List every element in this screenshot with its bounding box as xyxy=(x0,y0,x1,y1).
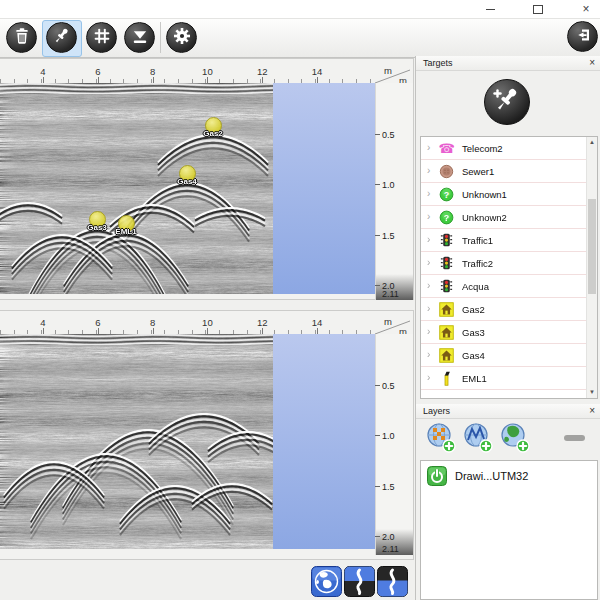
radargram-panel-2: 468101214mm0.51.01.52.02.11 xyxy=(0,310,414,560)
x-axis-tick-label: 10 xyxy=(197,66,217,77)
target-row[interactable]: ?Unknown1 xyxy=(421,183,597,206)
expand-chevron-icon[interactable] xyxy=(427,350,438,360)
add-world-map-layer-button[interactable] xyxy=(498,421,532,455)
trash-icon xyxy=(12,26,32,50)
expand-chevron-icon[interactable] xyxy=(427,327,438,337)
targets-close-icon[interactable]: × xyxy=(589,57,595,68)
target-row[interactable]: ?Unknown2 xyxy=(421,206,597,229)
target-row[interactable]: Gas2 xyxy=(421,298,597,321)
depth-ruler xyxy=(375,83,413,300)
exit-button[interactable] xyxy=(567,21,598,52)
target-row[interactable]: Gas3 xyxy=(421,321,597,344)
add-target-tool-button[interactable] xyxy=(46,22,77,53)
expand-chevron-icon[interactable] xyxy=(427,212,438,222)
depth-tick-mark xyxy=(375,184,380,185)
x-axis-tick-label: 6 xyxy=(88,66,108,77)
pipe-section-icon xyxy=(344,583,375,600)
manhole-icon xyxy=(438,163,455,179)
expand-chevron-icon[interactable] xyxy=(427,143,438,153)
layer-label: Drawi...UTM32 xyxy=(455,470,528,482)
target-row[interactable]: Sewer1 xyxy=(421,160,597,183)
radargram-panel-1: 468101214mm0.51.01.52.02.11Gas2Gas4Gas3E… xyxy=(0,58,414,300)
expand-chevron-icon[interactable] xyxy=(427,235,438,245)
sidebar-separator xyxy=(415,56,416,600)
expand-chevron-icon[interactable] xyxy=(427,304,438,314)
target-label: Unknown1 xyxy=(462,189,507,200)
add-pushpin-icon xyxy=(490,83,524,121)
depth-tick-mark xyxy=(375,385,380,386)
traffic-light-icon xyxy=(438,232,455,248)
scroll-up-icon[interactable] xyxy=(587,137,597,148)
depth-tick-label: 1.5 xyxy=(382,231,395,241)
expand-chevron-icon[interactable] xyxy=(427,281,438,291)
target-marker-label: Gas3 xyxy=(87,223,107,232)
minimize-icon[interactable] xyxy=(474,0,506,18)
x-axis-unit-label: m xyxy=(384,65,392,76)
target-marker-label: Gas2 xyxy=(203,129,223,138)
expand-chevron-icon[interactable] xyxy=(427,258,438,268)
depth-tick-mark xyxy=(375,134,380,135)
radargram-image[interactable] xyxy=(0,83,273,294)
depth-tick-label: 0.5 xyxy=(382,381,395,391)
target-row[interactable]: ☎Telecom2 xyxy=(421,137,597,160)
target-row[interactable]: Traffic2 xyxy=(421,252,597,275)
section-view-top-button[interactable] xyxy=(344,566,375,597)
depth-end-label: 2.11 xyxy=(382,544,399,554)
target-label: Traffic2 xyxy=(462,258,493,269)
settings-button[interactable] xyxy=(166,22,197,53)
layer-row[interactable]: Drawi...UTM32 xyxy=(421,461,597,491)
minus-icon[interactable] xyxy=(564,435,585,441)
telephone-icon: ☎ xyxy=(438,140,455,156)
power-icon[interactable] xyxy=(426,466,448,486)
x-axis-tick-label: 14 xyxy=(307,66,327,77)
exit-door-icon xyxy=(573,25,593,49)
map-view-button[interactable] xyxy=(311,566,342,597)
globe-vector-icon xyxy=(461,441,495,458)
depth-tick-mark xyxy=(375,435,380,436)
target-label: Telecom2 xyxy=(462,143,503,154)
question-icon: ? xyxy=(438,186,455,202)
scrollbar-thumb[interactable] xyxy=(588,199,596,294)
x-axis-tick-label: 6 xyxy=(88,317,108,328)
target-marker-label: EML1 xyxy=(115,227,136,236)
x-axis-tick-label: 10 xyxy=(197,317,217,328)
target-row[interactable]: Traffic1 xyxy=(421,229,597,252)
add-vector-map-layer-button[interactable] xyxy=(461,421,495,455)
add-target-button[interactable] xyxy=(484,79,530,125)
add-grid-map-layer-button[interactable] xyxy=(424,421,458,455)
targets-scrollbar[interactable] xyxy=(586,137,597,398)
x-axis-tick-label: 4 xyxy=(33,317,53,328)
delete-target-button[interactable] xyxy=(6,22,37,53)
target-label: Sewer1 xyxy=(462,166,494,177)
x-axis-tick-label: 8 xyxy=(143,66,163,77)
target-label: Gas2 xyxy=(462,304,485,315)
expand-chevron-icon[interactable] xyxy=(427,189,438,199)
depth-tick-label: 1.0 xyxy=(382,180,395,190)
scroll-down-icon[interactable] xyxy=(587,387,597,398)
target-row[interactable]: Gas4 xyxy=(421,344,597,367)
layers-panel-title: Layers xyxy=(423,406,450,416)
x-axis-tick-label: 14 xyxy=(307,317,327,328)
title-bar: × xyxy=(0,0,600,18)
export-tool-button[interactable] xyxy=(124,22,155,53)
gear-icon xyxy=(172,26,192,50)
layers-close-icon[interactable]: × xyxy=(589,405,595,416)
radargram-image[interactable] xyxy=(0,334,273,549)
target-row[interactable]: EML1 xyxy=(421,367,597,390)
x-axis-tick-label: 12 xyxy=(252,66,272,77)
pushpin-icon xyxy=(52,26,72,50)
traffic-light-icon xyxy=(438,278,455,294)
depth-tick-label: 0.5 xyxy=(382,130,395,140)
close-icon[interactable]: × xyxy=(570,0,600,18)
section-view-bottom-button[interactable] xyxy=(377,566,408,597)
target-row[interactable]: Acqua xyxy=(421,275,597,298)
depth-tick-mark xyxy=(375,536,380,537)
expand-chevron-icon[interactable] xyxy=(427,373,438,383)
target-label: Traffic1 xyxy=(462,235,493,246)
grid-tool-button[interactable] xyxy=(86,22,117,53)
x-axis-tick-label: 4 xyxy=(33,66,53,77)
no-data-band xyxy=(273,334,375,549)
globe-grid-icon xyxy=(424,441,458,458)
expand-chevron-icon[interactable] xyxy=(427,166,438,176)
maximize-icon[interactable] xyxy=(522,0,554,18)
